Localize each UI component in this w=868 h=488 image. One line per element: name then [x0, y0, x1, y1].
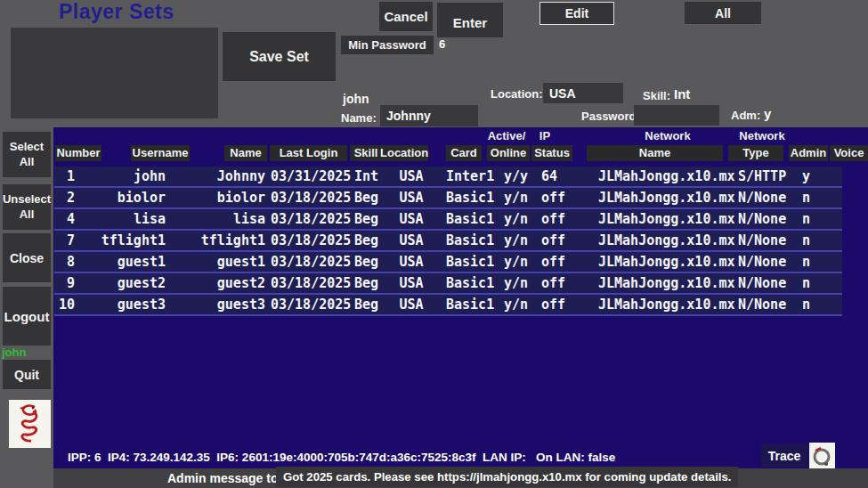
cell-voice [829, 188, 848, 207]
cell-network_type: S/HTTP [738, 167, 791, 186]
cell-username: lisa [77, 209, 166, 229]
cell-card: Basic1 [446, 252, 503, 272]
cell-name: lisa [167, 209, 265, 229]
table-row[interactable]: 4lisalisa03/18/2025BegUSABasic1y/noffJLM… [54, 209, 842, 231]
page-title: Player Sets [59, 0, 174, 24]
cell-name: guest3 [167, 295, 265, 314]
column-header-skill: Skill [350, 145, 382, 161]
table-row[interactable]: 10guest3guest303/18/2025BegUSABasic1y/no… [54, 295, 842, 316]
cell-number: 9 [53, 273, 75, 293]
column-header-number: Number [55, 145, 101, 161]
table-row[interactable]: 1johnJohnny03/31/2025IntUSAInter1y/y64JL… [54, 167, 842, 188]
cell-username: tflight1 [77, 231, 166, 250]
cell-name: guest2 [167, 273, 265, 293]
column-header-ip_status: Status [531, 145, 572, 161]
player-sets-listbox[interactable] [11, 28, 218, 118]
cell-card: Basic1 [446, 188, 503, 207]
cell-online: y/y [504, 167, 534, 186]
column-header-location: Location [380, 145, 428, 161]
cell-network_name: JLMahJongg.x10.mx [598, 231, 734, 250]
name-label: Name: [341, 111, 377, 125]
cell-location: USA [386, 167, 436, 186]
cell-admin: n [802, 209, 822, 229]
trace-button[interactable]: Trace [761, 444, 807, 467]
cell-ip_status: off [541, 295, 580, 314]
table-header-top-2: Network [632, 129, 703, 142]
cell-ip_status: off [541, 273, 580, 293]
adm-value: y [764, 106, 771, 121]
cell-card: Basic1 [446, 295, 503, 314]
cell-admin: n [802, 188, 822, 207]
cell-username: john [77, 167, 166, 186]
cell-admin: n [802, 295, 822, 314]
cell-number: 8 [53, 252, 75, 272]
skill-value: Int [674, 86, 690, 102]
cell-skill: Beg [354, 295, 385, 314]
table-row[interactable]: 8guest1guest103/18/2025BegUSABasic1y/nof… [54, 252, 842, 273]
location-input[interactable]: USA [543, 83, 623, 103]
cell-last_login: 03/18/2025 [271, 273, 351, 293]
location-label: Location: [491, 87, 543, 101]
cell-online: y/n [504, 231, 534, 250]
column-header-username: Username [131, 145, 190, 161]
cell-location: USA [386, 252, 436, 272]
cell-location: USA [386, 231, 436, 250]
table-header-top-3: Network [726, 129, 798, 142]
cell-voice [829, 273, 848, 293]
column-header-online: Online [487, 145, 530, 161]
table-header-top-1: IP [527, 129, 563, 142]
password-input[interactable] [634, 105, 719, 126]
cell-network_name: JLMahJongg.x10.mx [598, 209, 734, 229]
min-password-button[interactable]: Min Password [341, 36, 434, 54]
table-row[interactable]: 2biolorbiolor03/18/2025BegUSABasic1y/nof… [54, 188, 842, 209]
edit-button[interactable]: Edit [539, 2, 614, 25]
cell-admin: n [802, 252, 822, 272]
cell-online: y/n [504, 273, 534, 293]
cell-number: 7 [53, 231, 75, 250]
cell-ip_status: off [541, 231, 580, 250]
logged-in-user-label: john [2, 346, 26, 359]
cell-card: Basic1 [446, 231, 503, 250]
cell-network_type: N/None [738, 295, 791, 314]
cell-network_name: JLMahJongg.x10.mx [598, 252, 734, 272]
quit-button[interactable]: Quit [3, 360, 51, 389]
cell-name: tflight1 [167, 231, 265, 250]
cell-username: guest1 [77, 252, 166, 272]
logout-button[interactable]: Logout [3, 287, 51, 346]
player-sets-window: Player Sets Save Set Cancel Enter Edit A… [0, 0, 868, 488]
cell-online: y/n [504, 209, 534, 229]
admin-message-input[interactable]: Got 2025 cards. Please see https://jlmah… [276, 467, 738, 487]
cell-number: 2 [53, 188, 75, 207]
cell-network_type: N/None [738, 273, 791, 293]
cell-card: Basic1 [446, 209, 503, 229]
cell-location: USA [386, 273, 436, 293]
enter-button[interactable]: Enter [437, 3, 503, 37]
all-button[interactable]: All [685, 2, 761, 24]
players-table: Active/IPNetworkNetwork NumberUsernameNa… [53, 127, 868, 468]
cell-ip_status: off [541, 209, 580, 229]
cancel-button[interactable]: Cancel [379, 2, 433, 31]
save-set-button[interactable]: Save Set [223, 32, 336, 81]
cell-ip_status: 64 [541, 167, 580, 186]
cell-location: USA [386, 188, 436, 207]
cell-skill: Beg [354, 209, 385, 229]
cell-skill: Beg [354, 188, 385, 207]
select-all-button[interactable]: Select All [3, 132, 51, 177]
footer-bar: Admin message to users: Got 2025 cards. … [53, 468, 868, 488]
cell-number: 4 [53, 209, 75, 229]
ouroboros-dragon-icon [809, 443, 835, 470]
name-input[interactable]: Johnny [380, 105, 478, 126]
table-row[interactable]: 9guest2guest203/18/2025BegUSABasic1y/nof… [54, 273, 842, 295]
cell-ip_status: off [541, 188, 580, 207]
cell-network_type: N/None [738, 188, 791, 207]
column-header-admin: Admin [789, 145, 828, 161]
red-dragon-logo-icon [9, 400, 51, 448]
table-row[interactable]: 7tflight1tflight103/18/2025BegUSABasic1y… [54, 231, 842, 252]
unselect-all-button[interactable]: Unselect All [3, 184, 51, 230]
skill-label: Skill: [643, 89, 670, 102]
cell-online: y/n [504, 295, 534, 314]
cell-online: y/n [504, 252, 534, 272]
column-header-last_login: Last Login [270, 145, 347, 161]
close-button[interactable]: Close [3, 233, 51, 282]
cell-voice [829, 167, 848, 186]
